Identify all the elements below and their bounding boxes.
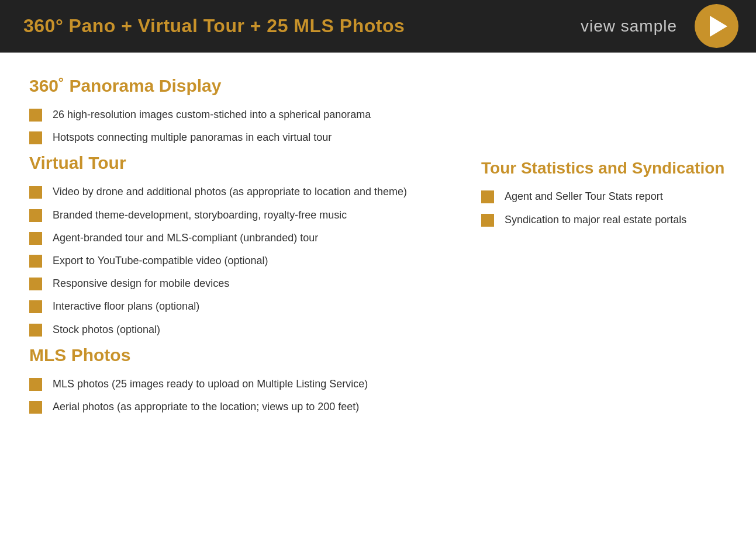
list-item: Branded theme-development, storyboarding… — [29, 208, 446, 223]
panorama-feature-list: 26 high-resolution images custom-stiched… — [29, 108, 727, 145]
main-content: 360˚ Panorama Display 26 high-resolution… — [0, 53, 756, 446]
mls-feature-list: MLS photos (25 images ready to upload on… — [29, 377, 727, 414]
list-item: Responsive design for mobile devices — [29, 276, 446, 291]
bullet-icon — [29, 401, 42, 414]
bullet-icon — [29, 209, 42, 222]
feature-text: Export to YouTube-compatible video (opti… — [53, 254, 268, 268]
feature-text: Responsive design for mobile devices — [53, 276, 229, 291]
middle-section: Virtual Tour Video by drone and addition… — [29, 153, 727, 345]
syndication-section-title: Tour Statistics and Syndication — [481, 159, 727, 178]
bullet-icon — [29, 324, 42, 337]
list-item: MLS photos (25 images ready to upload on… — [29, 377, 727, 391]
virtual-tour-col: Virtual Tour Video by drone and addition… — [29, 153, 446, 345]
feature-text: Agent and Seller Tour Stats report — [505, 189, 663, 204]
bullet-icon — [29, 378, 42, 391]
mls-section: MLS Photos MLS photos (25 images ready t… — [29, 345, 727, 422]
list-item: Interactive floor plans (optional) — [29, 299, 446, 314]
feature-text: Branded theme-development, storyboarding… — [53, 208, 347, 223]
bullet-icon — [29, 300, 42, 313]
list-item: Export to YouTube-compatible video (opti… — [29, 254, 446, 268]
bullet-icon — [29, 109, 42, 122]
syndication-feature-list: Agent and Seller Tour Stats report Syndi… — [481, 189, 727, 227]
syndication-col: Tour Statistics and Syndication Agent an… — [446, 159, 727, 345]
feature-text: Video by drone and additional photos (as… — [53, 185, 407, 199]
feature-text: Aerial photos (as appropriate to the loc… — [53, 400, 359, 414]
play-icon — [710, 16, 727, 37]
feature-text: 26 high-resolution images custom-stiched… — [53, 108, 371, 122]
bullet-icon — [29, 278, 42, 290]
virtual-tour-section-title: Virtual Tour — [29, 153, 446, 173]
mls-section-title: MLS Photos — [29, 345, 727, 365]
feature-text: Agent-branded tour and MLS-compliant (un… — [53, 231, 318, 245]
bullet-icon — [29, 131, 42, 144]
virtual-tour-feature-list: Video by drone and additional photos (as… — [29, 185, 446, 337]
list-item: Stock photos (optional) — [29, 323, 446, 337]
list-item: Agent-branded tour and MLS-compliant (un… — [29, 231, 446, 245]
feature-text: Interactive floor plans (optional) — [53, 299, 199, 314]
bullet-icon — [29, 255, 42, 268]
page-header: 360° Pano + Virtual Tour + 25 MLS Photos… — [0, 0, 756, 53]
play-button[interactable] — [695, 4, 738, 48]
bullet-icon — [481, 190, 494, 203]
feature-text: Hotspots connecting multiple panoramas i… — [53, 130, 332, 145]
header-right: view sample — [581, 4, 738, 48]
panorama-section: 360˚ Panorama Display 26 high-resolution… — [29, 76, 727, 153]
list-item: Hotspots connecting multiple panoramas i… — [29, 130, 727, 145]
header-title: 360° Pano + Virtual Tour + 25 MLS Photos — [23, 15, 405, 37]
panorama-section-title: 360˚ Panorama Display — [29, 76, 727, 96]
bullet-icon — [481, 214, 494, 227]
view-sample-label: view sample — [581, 17, 677, 36]
feature-text: Syndication to major real estate portals — [505, 213, 686, 227]
list-item: Aerial photos (as appropriate to the loc… — [29, 400, 727, 414]
list-item: Syndication to major real estate portals — [481, 213, 727, 227]
feature-text: Stock photos (optional) — [53, 323, 160, 337]
bullet-icon — [29, 186, 42, 199]
list-item: Agent and Seller Tour Stats report — [481, 189, 727, 204]
list-item: 26 high-resolution images custom-stiched… — [29, 108, 727, 122]
list-item: Video by drone and additional photos (as… — [29, 185, 446, 199]
bullet-icon — [29, 232, 42, 245]
feature-text: MLS photos (25 images ready to upload on… — [53, 377, 368, 391]
